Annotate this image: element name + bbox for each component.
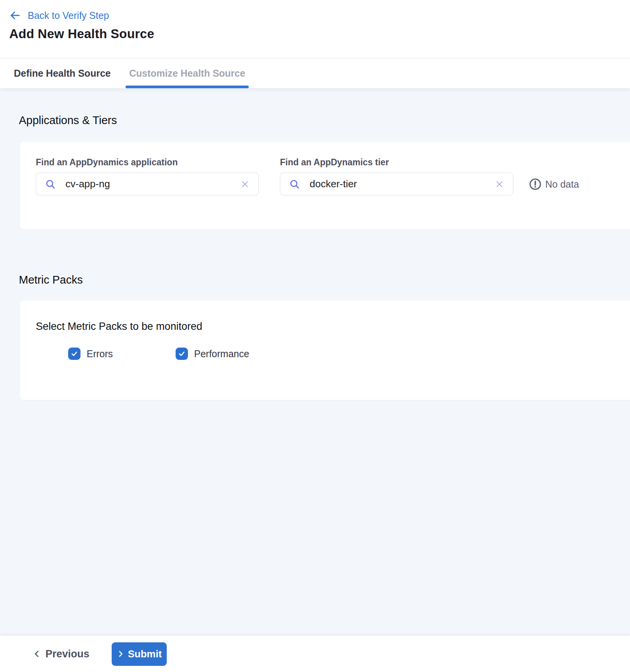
health-source-tabbar: Define Health Source Customize Health So… xyxy=(0,59,630,88)
checkbox-checked-icon xyxy=(176,348,188,360)
application-field-label: Find an AppDynamics application xyxy=(36,156,259,168)
applications-tiers-heading: Applications & Tiers xyxy=(19,114,630,127)
metric-packs-heading: Metric Packs xyxy=(19,273,630,286)
tab-define-health-source[interactable]: Define Health Source xyxy=(10,59,114,88)
checkbox-performance[interactable]: Performance xyxy=(176,348,283,360)
checkbox-checked-icon xyxy=(68,348,80,360)
no-data-status: No data xyxy=(529,178,579,191)
clear-application-icon[interactable] xyxy=(239,178,251,190)
checkbox-errors-label: Errors xyxy=(87,348,113,360)
back-link-label: Back to Verify Step xyxy=(28,10,109,21)
application-search-input[interactable] xyxy=(65,178,235,190)
applications-tiers-card: Find an AppDynamics application Find an … xyxy=(20,142,630,229)
metric-packs-card: Select Metric Packs to be monitored Erro… xyxy=(20,301,630,400)
tab-customize-health-source[interactable]: Customize Health Source xyxy=(126,59,248,88)
metric-packs-options: Errors Performance xyxy=(36,348,620,360)
no-data-label: No data xyxy=(545,179,579,190)
exclamation-circle-icon xyxy=(529,178,542,191)
wizard-footer: Previous Submit xyxy=(0,636,630,672)
customize-health-source-panel: Applications & Tiers Find an AppDynamics… xyxy=(0,88,630,636)
tier-field-group: Find an AppDynamics tier xyxy=(280,156,513,195)
page-title: Add New Health Source xyxy=(9,27,621,41)
page-header: Back to Verify Step Add New Health Sourc… xyxy=(0,0,630,59)
checkbox-performance-label: Performance xyxy=(194,348,249,360)
search-icon xyxy=(289,178,300,190)
tier-search-box xyxy=(280,173,513,195)
arrow-left-icon xyxy=(9,10,21,21)
previous-button-label: Previous xyxy=(45,648,89,660)
tier-field-label: Find an AppDynamics tier xyxy=(280,156,513,168)
submit-button-label: Submit xyxy=(128,648,162,660)
chevron-right-icon xyxy=(117,650,124,658)
application-field-group: Find an AppDynamics application xyxy=(36,156,259,195)
metric-packs-subheading: Select Metric Packs to be monitored xyxy=(36,320,620,333)
application-search-box xyxy=(36,173,259,195)
previous-button[interactable]: Previous xyxy=(33,648,89,660)
checkbox-errors[interactable]: Errors xyxy=(68,348,176,360)
tier-search-input[interactable] xyxy=(310,178,489,190)
clear-tier-icon[interactable] xyxy=(494,178,505,190)
submit-button[interactable]: Submit xyxy=(112,642,167,666)
back-to-verify-link[interactable]: Back to Verify Step xyxy=(9,9,109,22)
search-icon xyxy=(45,178,56,190)
chevron-left-icon xyxy=(33,650,41,658)
